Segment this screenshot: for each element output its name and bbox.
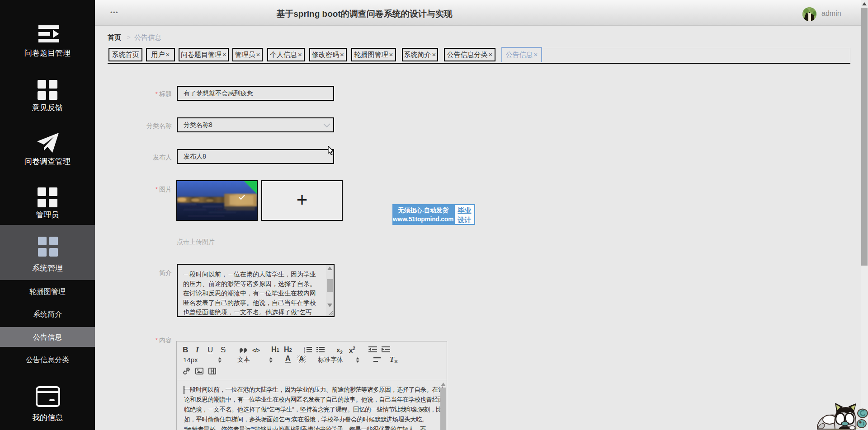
svg-text:3: 3 [304, 351, 305, 353]
